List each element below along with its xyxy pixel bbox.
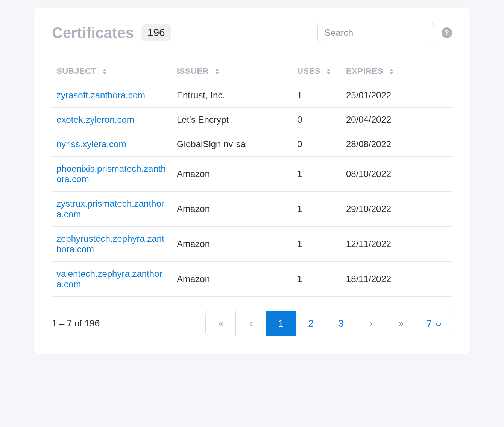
cell-uses: 1 — [293, 83, 342, 108]
subject-link[interactable]: exotek.zyleron.com — [56, 114, 134, 125]
subject-link[interactable]: zyrasoft.zanthora.com — [56, 90, 145, 100]
cell-issuer: Amazon — [172, 192, 293, 227]
cell-uses: 1 — [293, 157, 342, 192]
table-row: phoenixis.prismatech.zanthora.comAmazon1… — [52, 157, 452, 192]
cell-subject: zephyrustech.zephyra.zanthora.com — [52, 227, 172, 262]
help-icon[interactable]: ? — [442, 27, 452, 38]
column-header-expires[interactable]: EXPIRES — [342, 61, 452, 83]
cell-expires: 28/08/2022 — [342, 132, 452, 157]
column-header-label: ISSUER — [177, 66, 209, 76]
subject-link[interactable]: valentech.zephyra.zanthora.com — [56, 268, 162, 289]
search-input[interactable] — [317, 23, 434, 43]
header-right: ? — [317, 23, 452, 43]
subject-link[interactable]: zephyrustech.zephyra.zanthora.com — [56, 233, 164, 254]
page-title: Certificates — [52, 24, 134, 41]
cell-subject: zystrux.prismatech.zanthora.com — [52, 192, 172, 227]
cell-expires: 12/11/2022 — [342, 227, 452, 262]
cell-subject: exotek.zyleron.com — [52, 108, 172, 132]
table-body: zyrasoft.zanthora.comEntrust, Inc.125/01… — [52, 83, 452, 297]
certificates-card: Certificates 196 ? SUBJECT ISSUER — [34, 8, 470, 354]
cell-issuer: Amazon — [172, 262, 293, 297]
cell-subject: zyrasoft.zanthora.com — [52, 83, 172, 108]
pager-page-size-button[interactable]: 7 — [416, 311, 452, 336]
pager-page-button[interactable]: 1 — [266, 311, 296, 336]
sort-icon — [389, 69, 394, 75]
pager-page-size-value: 7 — [427, 318, 432, 329]
certificates-table: SUBJECT ISSUER USES — [52, 61, 452, 297]
cell-expires: 20/04/2022 — [342, 108, 452, 132]
table-row: zystrux.prismatech.zanthora.comAmazon129… — [52, 192, 452, 227]
pager-last-button[interactable]: » — [386, 311, 416, 336]
pager-page-button[interactable]: 2 — [296, 311, 326, 336]
range-text: 1 – 7 of 196 — [52, 318, 100, 329]
cell-issuer: GlobalSign nv-sa — [172, 132, 293, 157]
subject-link[interactable]: phoenixis.prismatech.zanthora.com — [56, 163, 166, 184]
pager-next-button[interactable]: › — [356, 311, 386, 336]
cell-expires: 18/11/2022 — [342, 262, 452, 297]
table-row: zyrasoft.zanthora.comEntrust, Inc.125/01… — [52, 83, 452, 108]
cell-uses: 0 — [293, 132, 342, 157]
cell-uses: 0 — [293, 108, 342, 132]
cell-issuer: Entrust, Inc. — [172, 83, 293, 108]
header-row: Certificates 196 ? — [52, 23, 452, 43]
cell-uses: 1 — [293, 262, 342, 297]
footer-row: 1 – 7 of 196 « ‹ 123 › » 7 — [52, 311, 452, 336]
cell-subject: nyriss.xylera.com — [52, 132, 172, 157]
column-header-uses[interactable]: USES — [293, 61, 342, 83]
sort-icon — [102, 69, 107, 75]
cell-expires: 29/10/2022 — [342, 192, 452, 227]
title-wrap: Certificates 196 — [52, 24, 171, 41]
pager-first-button[interactable]: « — [206, 311, 236, 336]
pager-prev-button[interactable]: ‹ — [236, 311, 266, 336]
cell-uses: 1 — [293, 227, 342, 262]
cell-subject: valentech.zephyra.zanthora.com — [52, 262, 172, 297]
sort-icon — [326, 69, 331, 75]
cell-uses: 1 — [293, 192, 342, 227]
cell-issuer: Let's Encrypt — [172, 108, 293, 132]
count-badge: 196 — [141, 24, 171, 41]
table-row: zephyrustech.zephyra.zanthora.comAmazon1… — [52, 227, 452, 262]
column-header-label: SUBJECT — [56, 66, 96, 76]
cell-expires: 08/10/2022 — [342, 157, 452, 192]
column-header-subject[interactable]: SUBJECT — [52, 61, 172, 83]
pager-page-button[interactable]: 3 — [326, 311, 356, 336]
subject-link[interactable]: nyriss.xylera.com — [56, 139, 126, 149]
cell-expires: 25/01/2022 — [342, 83, 452, 108]
table-row: nyriss.xylera.comGlobalSign nv-sa028/08/… — [52, 132, 452, 157]
cell-subject: phoenixis.prismatech.zanthora.com — [52, 157, 172, 192]
chevron-down-icon — [436, 318, 442, 329]
subject-link[interactable]: zystrux.prismatech.zanthora.com — [56, 198, 164, 219]
column-header-issuer[interactable]: ISSUER — [172, 61, 293, 83]
cell-issuer: Amazon — [172, 157, 293, 192]
cell-issuer: Amazon — [172, 227, 293, 262]
sort-icon — [214, 69, 220, 75]
column-header-label: USES — [297, 66, 320, 76]
table-row: valentech.zephyra.zanthora.comAmazon118/… — [52, 262, 452, 297]
column-header-label: EXPIRES — [346, 66, 383, 76]
pager: « ‹ 123 › » 7 — [205, 311, 452, 336]
table-header-row: SUBJECT ISSUER USES — [52, 61, 452, 83]
table-row: exotek.zyleron.comLet's Encrypt020/04/20… — [52, 108, 452, 132]
